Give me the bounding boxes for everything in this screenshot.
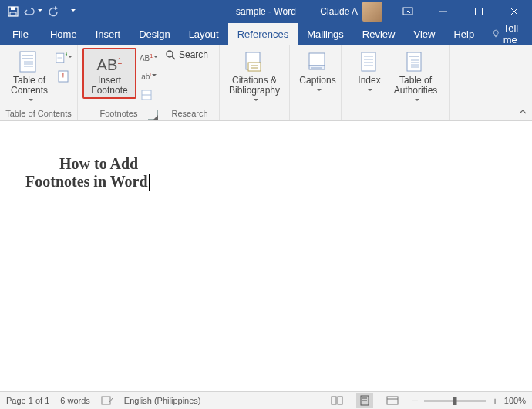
zoom-slider[interactable] [424, 400, 486, 402]
svg-rect-33 [362, 52, 375, 71]
search-icon [165, 49, 176, 60]
window-title: sample - Word [236, 6, 296, 17]
status-bar: Page 1 of 1 6 words English (Philippines… [0, 391, 532, 409]
tab-home[interactable]: Home [41, 23, 86, 45]
svg-line-25 [172, 56, 175, 59]
tab-view[interactable]: View [404, 23, 444, 45]
svg-text:+: + [66, 52, 68, 57]
user-name: Claude A [320, 6, 358, 17]
tab-review[interactable]: Review [353, 23, 405, 45]
svg-rect-50 [387, 397, 398, 404]
svg-rect-46 [338, 397, 342, 404]
tell-me-button[interactable]: Tell me [483, 23, 532, 45]
tab-references[interactable]: References [228, 23, 298, 45]
search-button[interactable]: Search [165, 49, 208, 60]
zoom-out-button[interactable]: − [412, 394, 418, 407]
zoom-level[interactable]: 100% [504, 396, 526, 405]
insert-endnote-button[interactable]: AB1 [138, 49, 160, 66]
table-of-authorities-button[interactable]: Table of Authorities [387, 48, 444, 106]
svg-rect-2 [10, 12, 16, 15]
minimize-icon[interactable] [426, 0, 461, 23]
ribbon-options-icon[interactable] [390, 0, 426, 23]
print-layout-icon[interactable] [356, 393, 373, 408]
captions-button[interactable]: Captions [295, 48, 341, 96]
tab-file[interactable]: File [0, 23, 41, 45]
tab-help[interactable]: Help [444, 23, 483, 45]
captions-icon [305, 49, 330, 74]
text-cursor [149, 174, 150, 191]
insert-footnote-icon: AB1 [97, 51, 122, 74]
svg-rect-27 [248, 63, 261, 71]
lightbulb-icon [493, 27, 500, 41]
language-status[interactable]: English (Philippines) [124, 396, 201, 405]
svg-text:!: ! [62, 73, 65, 81]
svg-rect-5 [476, 8, 483, 15]
svg-rect-45 [332, 397, 336, 404]
document-area[interactable]: How to Add Footnotes in Word [2, 121, 530, 392]
tab-mailings[interactable]: Mailings [298, 23, 353, 45]
svg-rect-44 [102, 397, 110, 404]
tab-layout[interactable]: Layout [180, 23, 228, 45]
group-label-research: Research [160, 108, 219, 120]
group-label-footnotes: Footnotes [78, 108, 160, 120]
read-mode-icon[interactable] [328, 393, 345, 408]
close-icon[interactable] [497, 0, 532, 23]
avatar [362, 2, 382, 22]
tab-design[interactable]: Design [130, 23, 179, 45]
tab-insert[interactable]: Insert [86, 23, 130, 45]
collapse-ribbon-icon[interactable] [518, 108, 527, 116]
svg-rect-1 [11, 7, 15, 10]
svg-rect-38 [407, 52, 421, 71]
save-icon[interactable] [3, 0, 23, 23]
index-icon [357, 49, 382, 74]
page-status[interactable]: Page 1 of 1 [6, 396, 49, 405]
add-text-button[interactable]: + [56, 49, 72, 66]
update-table-button[interactable]: ! [56, 68, 72, 85]
citations-bibliography-button[interactable]: Citations & Bibliography [224, 48, 285, 106]
document-text: How to Add Footnotes in Word [25, 155, 150, 191]
zoom-in-button[interactable]: + [492, 395, 498, 407]
svg-rect-30 [309, 53, 325, 66]
toa-icon [403, 49, 428, 74]
word-count[interactable]: 6 words [60, 396, 90, 405]
maximize-icon[interactable] [461, 0, 497, 23]
citations-icon [242, 49, 267, 74]
table-of-contents-button[interactable]: Table of Contents [5, 48, 54, 106]
insert-footnote-button[interactable]: AB1 Insert Footnote [82, 48, 136, 99]
show-notes-button[interactable] [138, 86, 155, 103]
group-label-toc: Table of Contents [0, 108, 77, 120]
spellcheck-icon[interactable] [101, 395, 113, 406]
qat-customize-icon[interactable] [63, 0, 83, 23]
title-bar: sample - Word Claude A [0, 0, 532, 23]
svg-point-24 [167, 51, 173, 57]
redo-icon[interactable] [43, 0, 63, 23]
footnotes-dialog-launcher[interactable] [148, 110, 158, 120]
web-layout-icon[interactable] [384, 393, 401, 408]
ribbon-tabs: File Home Insert Design Layout Reference… [0, 23, 532, 45]
ribbon: Table of Contents + ! Table of Contents … [0, 45, 532, 121]
next-footnote-button[interactable]: abi [138, 68, 160, 85]
toc-icon [17, 49, 42, 74]
undo-icon[interactable] [23, 0, 43, 23]
account-button[interactable]: Claude A [312, 2, 390, 22]
